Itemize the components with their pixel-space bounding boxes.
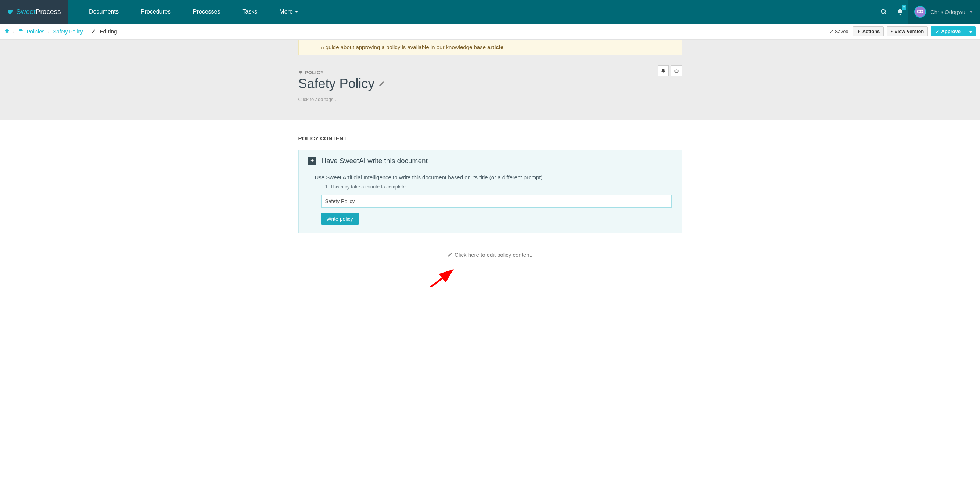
nav-links: Documents Procedures Processes Tasks Mor…: [68, 8, 876, 15]
svg-line-4: [412, 272, 451, 287]
policy-type: POLICY: [298, 70, 682, 75]
edit-content-text: Click here to edit policy content.: [455, 252, 533, 258]
approve-dropdown[interactable]: [966, 27, 975, 36]
nav-more-label: More: [279, 8, 293, 15]
write-policy-button[interactable]: Write policy: [321, 213, 359, 225]
chevron-down-icon: [970, 11, 973, 13]
status-saved-label: Saved: [835, 29, 848, 34]
breadcrumb: › Policies › Safety Policy › Editing: [5, 28, 117, 35]
nav-tasks[interactable]: Tasks: [231, 8, 268, 15]
actions-button-label: Actions: [862, 29, 880, 34]
pencil-icon[interactable]: [379, 81, 385, 87]
nav-more[interactable]: More: [268, 8, 309, 15]
breadcrumb-policy-name[interactable]: Safety Policy: [53, 29, 83, 35]
umbrella-icon: [298, 70, 303, 75]
info-banner: A guide about approving a policy is avai…: [298, 40, 682, 55]
ai-title-text: Have SweetAI write this document: [321, 157, 428, 165]
ai-prompt-input[interactable]: [321, 195, 672, 208]
subbar: › Policies › Safety Policy › Editing Sav…: [0, 24, 980, 40]
home-icon[interactable]: [5, 28, 10, 35]
chevron-down-icon: [969, 31, 972, 33]
tags-input[interactable]: Click to add tags...: [298, 97, 682, 102]
notifications-button[interactable]: 2: [892, 0, 908, 24]
annotation-arrow: [409, 265, 460, 287]
banner-article-link[interactable]: article: [487, 44, 503, 50]
breadcrumb-sep: ›: [48, 29, 49, 34]
logo[interactable]: SweetProcess: [0, 0, 68, 24]
policy-title[interactable]: Safety Policy: [298, 76, 682, 91]
pencil-icon: [92, 29, 96, 35]
section-header: POLICY CONTENT: [298, 135, 682, 144]
caret-right-icon: [891, 30, 892, 33]
approve-label: Approve: [941, 29, 961, 34]
bolt-icon: [857, 29, 861, 34]
avatar: CO: [914, 6, 926, 17]
content-area: POLICY CONTENT Have SweetAI write this d…: [298, 121, 682, 287]
status-saved: Saved: [829, 29, 848, 34]
user-name: Chris Odogwu: [931, 9, 965, 15]
ai-panel: Have SweetAI write this document Use Swe…: [298, 150, 682, 233]
cup-icon: [6, 8, 14, 16]
topbar-right: 2 CO Chris Odogwu: [876, 0, 980, 24]
banner-text: A guide about approving a policy is avai…: [321, 44, 488, 50]
ai-sparkle-icon: [308, 157, 317, 165]
topbar: SweetProcess Documents Procedures Proces…: [0, 0, 980, 24]
policy-type-label: POLICY: [305, 70, 324, 75]
actions-button[interactable]: Actions: [853, 27, 884, 37]
nav-procedures[interactable]: Procedures: [130, 8, 182, 15]
approve-button[interactable]: Approve: [931, 27, 975, 37]
nav-documents[interactable]: Documents: [78, 8, 130, 15]
pencil-icon: [447, 252, 452, 257]
view-version-label: View Version: [894, 29, 924, 34]
edit-content-link[interactable]: Click here to edit policy content.: [298, 252, 682, 258]
bell-icon: [661, 68, 666, 73]
ai-panel-title: Have SweetAI write this document: [308, 157, 672, 165]
search-button[interactable]: [876, 0, 892, 24]
logo-text: SweetProcess: [16, 8, 60, 16]
nav-processes[interactable]: Processes: [182, 8, 232, 15]
notification-badge: 2: [902, 5, 906, 10]
breadcrumb-sep: ›: [87, 29, 88, 34]
user-menu[interactable]: CO Chris Odogwu: [908, 0, 980, 24]
policy-title-text: Safety Policy: [298, 76, 375, 91]
ai-description: Use Sweet Artificial Intelligence to wri…: [315, 174, 672, 180]
umbrella-icon: [18, 29, 23, 35]
ai-note: 1. This may take a minute to complete.: [325, 184, 672, 189]
visibility-button[interactable]: [671, 65, 682, 76]
chevron-down-icon: [295, 11, 298, 13]
svg-line-1: [885, 13, 886, 14]
header-actions: [658, 65, 682, 76]
svg-point-0: [881, 9, 886, 13]
divider: [308, 168, 672, 169]
check-icon: [829, 29, 834, 34]
policy-header: POLICY Safety Policy Click to add tags..…: [298, 55, 682, 102]
header-area: A guide about approving a policy is avai…: [0, 40, 980, 121]
breadcrumb-sep: ›: [13, 29, 15, 34]
globe-icon: [674, 68, 679, 73]
divider: [298, 144, 682, 144]
breadcrumb-state: Editing: [100, 29, 117, 35]
subbar-actions: Saved Actions View Version Approve: [829, 27, 975, 37]
breadcrumb-policies[interactable]: Policies: [27, 29, 45, 35]
subscribe-button[interactable]: [658, 65, 669, 76]
view-version-button[interactable]: View Version: [887, 27, 928, 37]
search-icon: [880, 8, 888, 16]
check-icon: [935, 29, 939, 34]
